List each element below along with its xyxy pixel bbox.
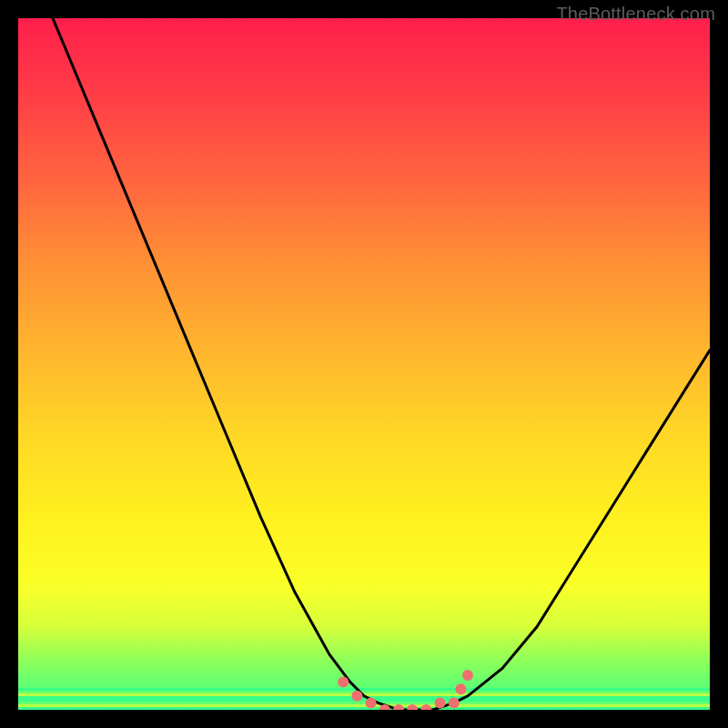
curve-marker	[455, 683, 466, 694]
curve-marker	[338, 677, 349, 688]
curve-marker	[435, 697, 446, 708]
bottleneck-curve-svg	[18, 18, 710, 710]
bottleneck-curve-path	[53, 18, 710, 710]
curve-marker	[351, 691, 362, 702]
curve-marker	[420, 704, 431, 710]
watermark-text: TheBottleneck.com	[556, 4, 715, 25]
chart-frame: TheBottleneck.com	[0, 0, 728, 728]
curve-marker	[407, 704, 418, 710]
curve-marker	[366, 697, 377, 708]
curve-marker	[449, 697, 460, 708]
curve-marker	[462, 670, 473, 681]
curve-marker	[393, 704, 404, 710]
